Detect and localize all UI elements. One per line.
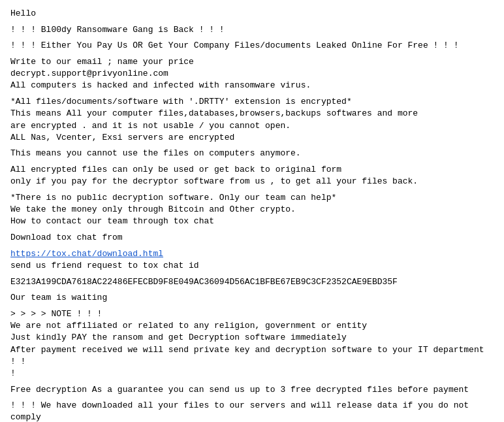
text-line: Write to our email ; name your price [10,56,494,68]
text-line: All computers is hacked and infected wit… [10,80,494,91]
spacer [10,244,494,248]
text-line: We are not affiliated or related to any … [10,320,494,332]
text-line: ! ! ! Either You Pay Us OR Get Your Comp… [10,40,494,52]
tox-link[interactable]: https://tox.chat/download.html [10,249,163,259]
text-line: E3213A199CDA7618AC22486EFECBD9F8E049AC36… [10,276,494,288]
text-line: ALL Nas, Vcenter, Exsi servers are encry… [10,132,494,144]
text-line: *All files/documents/software with '.DRT… [10,96,494,108]
main-text-block: ! ! ! Bl00dy Ransomware Gang is Back ! !… [10,20,494,422]
text-line: Our team is waiting [10,292,494,304]
ransomware-note: Hello ! ! ! Bl00dy Ransomware Gang is Ba… [10,8,494,422]
text-line: ! ! ! Bl00dy Ransomware Gang is Back ! !… [10,24,494,36]
text-line: This means you cannot use the files on c… [10,148,494,159]
text-line: We take the money only through Bitcoin a… [10,204,494,216]
text-line: *There is no public decryption software.… [10,192,494,204]
text-line: All encrypted files can only be used or … [10,164,494,176]
text-line: > > > > NOTE ! ! ! [10,308,494,320]
text-line: decrypt.support@privyonline.com [10,68,494,80]
text-line: ! ! ! We have downloaded all your files … [10,400,494,422]
text-line: Just kindly PAY the ransom and get Decry… [10,332,494,344]
text-line: ! [10,368,494,380]
text-line: Download tox chat from [10,232,494,244]
text-line: Free decryption As a guarantee you can s… [10,384,494,396]
text-line: After payment received we will send priv… [10,344,494,368]
text-line: send us friend request to tox chat id [10,260,494,272]
text-line: only if you pay for the decryptor softwa… [10,176,494,187]
text-line: How to contact our team through tox chat [10,216,494,227]
text-line: This means All your computer files,datab… [10,108,494,120]
text-line: are encrypted . and it is not usable / y… [10,120,494,132]
greeting-line: Hello [10,8,494,20]
